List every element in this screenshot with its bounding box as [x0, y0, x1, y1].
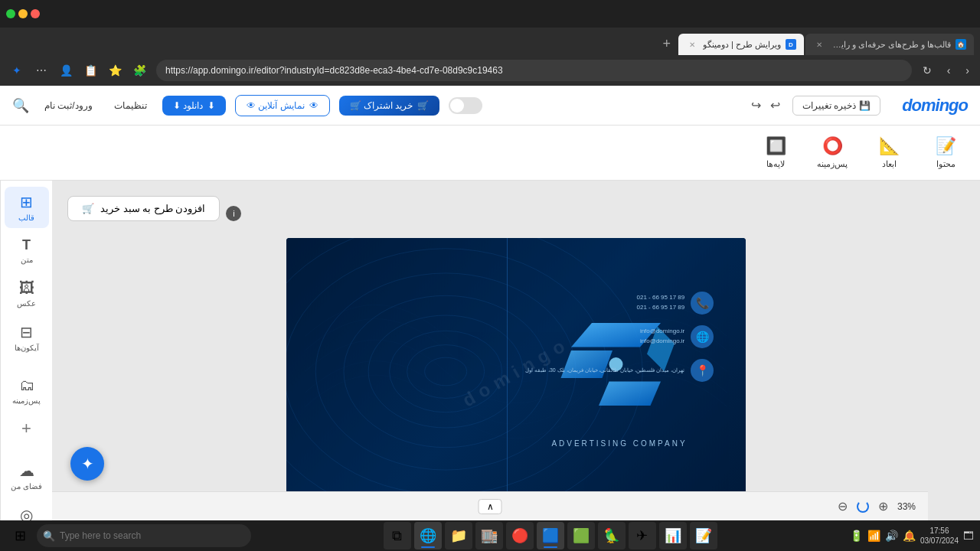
icons-label: آیکون‌ها	[15, 344, 39, 352]
close-window-btn[interactable]	[31, 9, 40, 18]
text-label: متن	[21, 256, 33, 264]
zoom-in-button[interactable]: ⊕	[875, 497, 891, 515]
sidebar-tool-image[interactable]: 🖼 عکس	[5, 273, 49, 314]
taskbar-icon-explorer[interactable]: 📁	[445, 522, 472, 549]
taskbar-icon-parrot[interactable]: 🦜	[598, 522, 626, 549]
icons-icon: ⊟	[20, 323, 33, 341]
login-button[interactable]: ورود/ثبت نام	[38, 96, 99, 116]
download-button[interactable]: ⬇ دانلود ⬇	[162, 96, 226, 116]
extensions-btn[interactable]: 🧩	[129, 60, 150, 81]
undo-button[interactable]: ↩	[767, 95, 783, 116]
edge-icon: 🌐	[420, 527, 436, 544]
sidebar-tool-background2[interactable]: 🗂 پس‌زمینه	[5, 370, 49, 411]
windows-icon: ⊞	[15, 527, 26, 544]
contact-address-row: 📍 تهران، میدان فلسطین، خیابان طالقانی، خ…	[525, 359, 714, 382]
tool-layers[interactable]: 🔲 لایه‌ها	[756, 136, 795, 169]
tab-2-close[interactable]: ✕	[686, 38, 698, 51]
forward-button[interactable]: ›	[942, 61, 956, 80]
template-icon: ⊞	[20, 193, 33, 211]
sidebar-tool-text[interactable]: T متن	[5, 231, 49, 270]
notification-dot	[906, 533, 913, 539]
loading-spinner	[857, 500, 869, 513]
image-icon: 🖼	[19, 279, 34, 297]
fab-container: ✦	[70, 447, 104, 481]
background2-label: پس‌زمینه	[12, 396, 41, 405]
taskbar-icon-store[interactable]: 🏬	[475, 522, 503, 549]
app-wrapper: domingo 💾 ذخیره تغییرات ↩ ↪ 🛒 خرید اشترا…	[0, 86, 980, 520]
taskbar-icon-word[interactable]: 📝	[690, 522, 717, 549]
show-desktop-icon[interactable]: 🗔	[963, 530, 974, 542]
text-icon: T	[22, 237, 31, 253]
taskbar-icon-app1[interactable]: 🟩	[567, 522, 595, 549]
collapse-button[interactable]: ∧	[479, 499, 502, 514]
start-button[interactable]: ⊞	[6, 522, 34, 549]
taskbar-icon-chrome2[interactable]: 🟦	[537, 522, 564, 549]
fab-icon: ✦	[81, 455, 94, 473]
settings-button[interactable]: تنظیمات	[108, 96, 153, 116]
excel-icon: 📊	[665, 527, 681, 544]
address-bar: ‹ › ↻ 🧩 ⭐ 📋 👤 ⋯ ✦	[0, 55, 980, 86]
minimize-window-btn[interactable]	[18, 9, 28, 18]
speaker-icon[interactable]: 🔊	[885, 530, 898, 542]
tab-1-label: قالب‌ها و طرح‌های حرفه‌ای و رایگان	[830, 40, 951, 50]
fab-button[interactable]: ✦	[70, 447, 104, 481]
taskbar-icon-chrome[interactable]: 🔴	[506, 522, 534, 549]
favorites-btn[interactable]: ⭐	[104, 60, 126, 81]
save-changes-button[interactable]: 💾 ذخیره تغییرات	[792, 96, 880, 116]
zoom-out-button[interactable]: ⊖	[835, 497, 851, 515]
taskbar-icon-edge[interactable]: 🌐	[414, 522, 442, 549]
taskbar-icon-telegram[interactable]: ✈	[629, 522, 656, 549]
info-icon[interactable]: i	[226, 206, 241, 221]
search-icon[interactable]: 🔍	[12, 97, 29, 114]
url-input[interactable]	[156, 60, 912, 81]
right-sidebar: ⊞ قالب T متن 🖼 عکس ⊟ آیکون‌ها 🗂 پس‌زمینه…	[0, 181, 52, 520]
redo-button[interactable]: ↪	[748, 95, 764, 116]
tab-bar: 🏠 قالب‌ها و طرح‌های حرفه‌ای و رایگان ✕ D…	[0, 28, 980, 55]
copilot-btn[interactable]: ✦	[6, 60, 28, 81]
dark-mode-toggle[interactable]	[449, 97, 482, 114]
sidebar-tool-template[interactable]: ⊞ قالب	[5, 187, 49, 228]
taskview-icon: ⧉	[392, 528, 402, 544]
taskbar: ⊞ 🔍 ⧉ 🌐 📁 🏬 🔴 🟦 🟩 🦜 ✈	[0, 520, 980, 551]
sidebar-add-button[interactable]: +	[17, 414, 36, 443]
more-btn[interactable]: ⋯	[31, 60, 52, 81]
design-canvas[interactable]: domingo	[286, 238, 746, 505]
tab-1[interactable]: 🏠 قالب‌ها و طرح‌های حرفه‌ای و رایگان ✕	[805, 34, 974, 55]
contact-area: 📞 021 - 66 95 17 89 021 - 66 95 17 89 🌐 …	[525, 292, 714, 382]
tool-content[interactable]: 📝 محتوا	[926, 136, 965, 169]
taskbar-icon-excel[interactable]: 📊	[659, 522, 687, 549]
back-button[interactable]: ‹	[961, 61, 974, 80]
preview-label: نمایش آنلاین 👁	[247, 100, 305, 111]
taskbar-search-input[interactable]	[37, 524, 251, 547]
battery-icon[interactable]: 🔋	[850, 530, 863, 542]
main-area: i افزودن طرح به سبد خرید 🛒	[0, 181, 980, 520]
subscribe-button[interactable]: 🛒 خرید اشتراک 🛒	[339, 96, 440, 116]
tool-background[interactable]: ⭕ پس‌زمینه	[813, 136, 851, 169]
profile-btn[interactable]: 👤	[55, 60, 77, 81]
tab-1-close[interactable]: ✕	[813, 38, 825, 51]
add-to-cart-button[interactable]: افزودن طرح به سبد خرید 🛒	[67, 196, 220, 221]
sidebar-tool-shapes[interactable]: ◎ اشکال	[5, 500, 49, 520]
new-tab-button[interactable]: +	[656, 33, 677, 55]
collections-btn[interactable]: 📋	[80, 60, 101, 81]
parrot-icon: 🦜	[603, 527, 620, 544]
app1-icon: 🟩	[573, 527, 590, 544]
preview-button[interactable]: 👁 نمایش آنلاین 👁	[235, 95, 330, 116]
taskbar-search-wrap: 🔍	[37, 524, 251, 547]
notification-wrap: 🔔	[903, 530, 916, 542]
maximize-window-btn[interactable]	[6, 9, 15, 18]
contact-phone-row: 📞 021 - 66 95 17 89 021 - 66 95 17 89	[525, 292, 714, 315]
undo-redo-group: ↩ ↪	[748, 95, 783, 116]
sidebar-tool-myspace[interactable]: ☁ فضای من	[5, 455, 49, 497]
tab-2[interactable]: D ویرایش طرح | دومینگو ✕	[678, 34, 804, 55]
background-label: پس‌زمینه	[817, 159, 848, 169]
refresh-button[interactable]: ↻	[918, 61, 936, 80]
cart-icon: 🛒	[82, 203, 94, 214]
email-icon-circle: 🌐	[691, 325, 714, 348]
tool-dimensions[interactable]: 📐 ابعاد	[870, 136, 908, 169]
word-icon: 📝	[695, 527, 712, 544]
wifi-icon[interactable]: 📶	[867, 530, 880, 542]
sidebar-tool-icons[interactable]: ⊟ آیکون‌ها	[5, 317, 49, 358]
taskbar-icons: ⧉ 🌐 📁 🏬 🔴 🟦 🟩 🦜 ✈ 📊 📝	[254, 522, 847, 549]
taskbar-icon-taskview[interactable]: ⧉	[384, 522, 411, 549]
